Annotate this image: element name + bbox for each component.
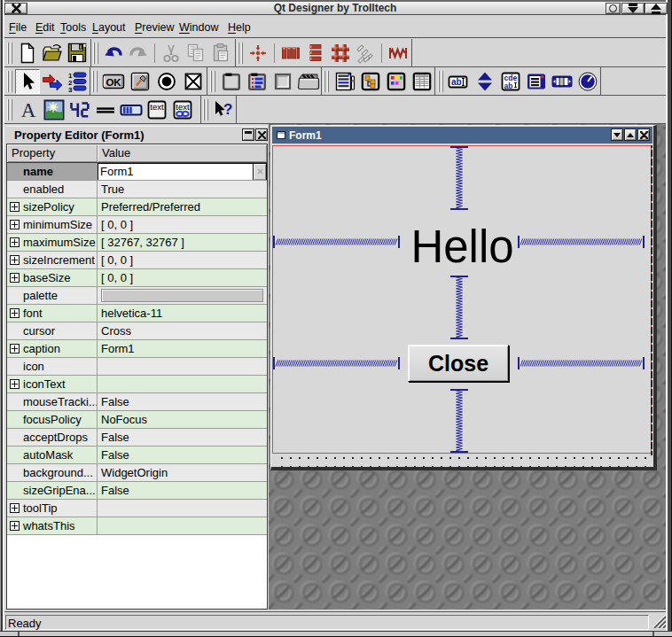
connect-signals-button[interactable] xyxy=(40,69,65,94)
save-file-button[interactable] xyxy=(65,41,90,66)
tool-button-widget-button[interactable] xyxy=(127,69,153,94)
property-row-cursor[interactable]: cursor Cross xyxy=(7,322,267,340)
value-column-header[interactable]: Value xyxy=(98,144,267,162)
copy-button[interactable] xyxy=(184,41,208,66)
toolbar-handle[interactable] xyxy=(438,71,445,92)
form1-shade-up-button[interactable] xyxy=(624,128,637,141)
name-reset-button[interactable] xyxy=(253,163,267,180)
frame-widget-button[interactable] xyxy=(270,69,295,94)
redo-button[interactable] xyxy=(126,41,151,66)
property-row-mouseTracking[interactable]: mouseTracki... False xyxy=(7,393,267,411)
property-column-header[interactable]: Property xyxy=(7,144,98,162)
expand-icon[interactable] xyxy=(10,379,20,389)
form1-close-button[interactable] xyxy=(637,128,650,141)
check-box-widget-button[interactable] xyxy=(180,69,207,94)
expand-icon[interactable] xyxy=(10,503,20,513)
list-box-widget-button[interactable] xyxy=(332,69,357,94)
palette-value-bar[interactable] xyxy=(101,289,263,302)
form1-titlebar[interactable]: Form1 xyxy=(272,127,652,144)
line-widget-button[interactable] xyxy=(92,97,118,122)
menu-tools[interactable]: Tools xyxy=(60,16,86,37)
expand-icon[interactable] xyxy=(10,202,20,212)
expand-icon[interactable] xyxy=(10,344,20,353)
line-edit-widget-button[interactable]: ab xyxy=(446,69,472,94)
combo-box-widget-button[interactable] xyxy=(523,69,549,94)
radio-button-widget-button[interactable] xyxy=(153,69,180,94)
whats-this-button[interactable]: ? xyxy=(211,97,236,122)
horizontal-spacer-hello-left[interactable] xyxy=(273,235,400,249)
horizontal-spacer-close-left[interactable] xyxy=(273,356,400,370)
property-row-palette[interactable]: palette xyxy=(7,287,267,305)
cut-button[interactable] xyxy=(159,41,184,66)
property-row-baseSize[interactable]: baseSize [ 0, 0 ] xyxy=(7,269,267,287)
tab-order-button[interactable]: 1 2 3 xyxy=(65,69,90,94)
expand-icon[interactable] xyxy=(10,237,20,247)
toolbar-handle[interactable] xyxy=(210,71,217,92)
add-spacer-button[interactable] xyxy=(386,41,410,66)
window-frame-right[interactable] xyxy=(666,0,672,637)
property-editor-titlebar[interactable]: Property Editor (Form1) xyxy=(6,126,268,143)
table-widget-button[interactable] xyxy=(409,69,434,94)
widget-stack-button[interactable] xyxy=(295,69,321,94)
pixmap-label-widget-button[interactable] xyxy=(41,97,66,122)
property-row-autoMask[interactable]: autoMask False xyxy=(7,447,267,464)
horizontal-spacer-hello-right[interactable] xyxy=(518,235,645,249)
expand-icon[interactable] xyxy=(10,273,20,283)
window-menu-button[interactable] xyxy=(606,3,621,14)
toolbar-handle[interactable] xyxy=(93,43,100,64)
text-label-widget-button[interactable]: A xyxy=(15,97,41,122)
list-view-widget-button[interactable] xyxy=(357,69,383,94)
form1-canvas[interactable]: Hello Close xyxy=(272,144,652,467)
push-button-widget-button[interactable]: OK xyxy=(100,69,127,94)
expand-icon[interactable] xyxy=(10,521,20,531)
property-row-iconText[interactable]: iconText xyxy=(7,376,267,393)
property-row-focusPolicy[interactable]: focusPolicy NoFocus xyxy=(7,411,267,429)
property-row-caption[interactable]: caption Form1 xyxy=(7,340,267,358)
toolbar-handle[interactable] xyxy=(7,71,14,92)
property-row-whatsThis[interactable]: whatsThis xyxy=(7,517,267,535)
pointer-tool-button[interactable] xyxy=(15,69,40,94)
property-row-maximumSize[interactable]: maximumSize [ 32767, 32767 ] xyxy=(7,234,267,252)
vertical-spacer-bottom[interactable] xyxy=(449,389,469,453)
property-row-backgroundOrigin[interactable]: background... WidgetOrigin xyxy=(7,464,267,482)
new-file-button[interactable] xyxy=(15,41,40,66)
property-row-acceptDrops[interactable]: acceptDrops False xyxy=(7,429,267,447)
text-edit-widget-button[interactable]: cde ab xyxy=(497,69,523,94)
lay-out-vertically-button[interactable] xyxy=(303,41,328,66)
undo-button[interactable] xyxy=(101,41,126,66)
expand-icon[interactable] xyxy=(10,308,20,318)
toolbar-handle[interactable] xyxy=(324,71,331,92)
menu-preview[interactable]: Preview xyxy=(135,16,174,37)
button-group-widget-button[interactable] xyxy=(244,69,270,94)
window-frame-bottom[interactable] xyxy=(0,631,672,637)
property-row-sizePolicy[interactable]: sizePolicy Preferred/Preferred xyxy=(7,198,267,216)
name-value-edit[interactable]: Form1 xyxy=(98,163,253,180)
vertical-spacer-top[interactable] xyxy=(449,146,469,210)
menu-edit[interactable]: Edit xyxy=(35,16,55,37)
property-row-name[interactable]: name Form1 xyxy=(7,163,267,181)
spin-box-widget-button[interactable] xyxy=(472,69,497,94)
lcd-number-widget-button[interactable] xyxy=(66,97,92,122)
property-row-font[interactable]: font helvetica-11 xyxy=(7,305,267,322)
horizontal-spacer-close-right[interactable] xyxy=(518,356,645,370)
property-row-minimumSize[interactable]: minimumSize [ 0, 0 ] xyxy=(7,216,267,234)
property-row-toolTip[interactable]: toolTip xyxy=(7,500,267,517)
toolbar-handle[interactable] xyxy=(7,43,14,64)
lay-out-grid-button[interactable] xyxy=(328,41,353,66)
lay-out-horizontally-button[interactable] xyxy=(278,41,303,66)
dial-widget-button[interactable] xyxy=(574,69,600,94)
toolbar-handle[interactable] xyxy=(238,43,245,64)
adjust-size-button[interactable] xyxy=(246,41,270,66)
menu-layout[interactable]: Layout xyxy=(92,16,126,37)
slider-widget-button[interactable] xyxy=(549,69,574,94)
toolbar-handle[interactable] xyxy=(7,99,14,120)
property-editor-close-button[interactable] xyxy=(255,128,268,141)
size-grip[interactable] xyxy=(652,615,666,628)
window-shade-up-button[interactable] xyxy=(645,3,668,14)
menu-help[interactable]: Help xyxy=(228,16,251,37)
menu-file[interactable]: File xyxy=(9,16,27,37)
text-view-widget-button[interactable]: text xyxy=(144,97,169,122)
property-row-enabled[interactable]: enabled True xyxy=(7,181,267,198)
menu-window[interactable]: Window xyxy=(179,16,218,37)
break-layout-button[interactable] xyxy=(353,41,378,66)
